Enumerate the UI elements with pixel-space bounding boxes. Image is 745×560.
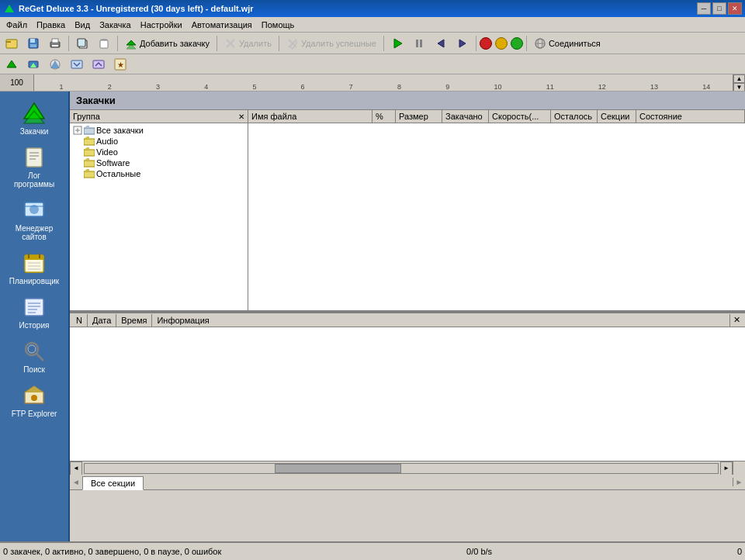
toolbar-sep-6 [476,36,476,51]
tree-item-video[interactable]: Video [71,147,246,157]
toolbar-copy-btn[interactable] [72,35,92,52]
maximize-button[interactable]: □ [712,2,726,15]
toolbar-sep-7 [526,36,527,51]
sidebar-item-log[interactable]: Лог программы [3,142,65,192]
col-size[interactable]: Размер [396,110,442,123]
sidebar-label-history: История [19,321,50,330]
col-downloaded[interactable]: Закачано [442,110,489,123]
tab-all-sections[interactable]: Все секции [82,476,144,490]
forward-button[interactable] [452,35,473,52]
tree-item-audio[interactable]: Audio [71,136,246,147]
traffic-lights [480,37,523,50]
sidebar-item-ftp[interactable]: FTP Explorer [3,380,65,421]
connect-button[interactable]: Соединиться [530,35,605,52]
hscroll-thumb[interactable] [275,464,401,473]
hscroll-left-btn[interactable]: ◄ [70,461,82,475]
log-close-btn[interactable]: ✕ [730,313,743,327]
col-remaining[interactable]: Осталось [551,110,598,123]
hscroll-area: ◄ ► [70,461,745,475]
svg-marker-23 [459,40,466,47]
log-content [70,327,745,461]
menu-view[interactable]: Вид [70,19,95,31]
delete-button[interactable]: Удалить [220,35,275,52]
col-pct[interactable]: % [372,110,396,123]
sidebar: Закачки Лог программы [0,92,70,541]
file-list-content [248,123,745,294]
tb2-btn2[interactable] [23,56,43,73]
svg-point-60 [31,395,37,401]
svg-rect-38 [26,148,42,167]
menu-settings[interactable]: Настройки [136,19,187,31]
sidebar-label-scheduler: Планировщик [9,277,59,285]
ruler-down-arrow[interactable]: ▼ [733,83,745,92]
svg-marker-27 [7,60,16,67]
tb2-btn1[interactable] [2,56,22,73]
col-speed[interactable]: Скорость(... [489,110,551,123]
sidebar-label-manager: Менеджер сайтов [16,224,54,241]
tree-label-audio: Audio [96,137,118,146]
tree-item-software[interactable]: Software [71,157,246,168]
pause-button[interactable] [409,35,429,52]
toolbar-open-btn[interactable] [2,35,22,52]
svg-rect-8 [52,45,58,47]
bottom-pane: N Дата Время Информация ✕ ◄ ► [70,312,745,490]
tb2-btn3[interactable] [45,56,65,73]
tb2-btn5[interactable] [88,56,109,73]
minimize-button[interactable]: ─ [697,2,711,15]
stop-light[interactable] [480,37,492,50]
tree-item-other[interactable]: Остальные [71,168,246,179]
hscroll-right-btn[interactable]: ► [720,461,733,475]
status-right: 0 [737,547,742,556]
hscroll-track[interactable] [84,463,719,474]
tab-left-arrow[interactable]: ◄ [70,478,82,486]
close-button[interactable]: ✕ [728,2,742,15]
sidebar-item-search[interactable]: Поиск [3,336,65,377]
col-sections[interactable]: Секции [598,110,636,123]
menu-file[interactable]: Файл [2,19,32,31]
toolbar-save-btn[interactable] [23,35,43,52]
status-center: 0/0 b/s [466,547,492,556]
toolbar-sep-5 [383,36,384,51]
menu-automation[interactable]: Автоматизация [187,19,257,31]
sidebar-item-history[interactable]: История [3,292,65,333]
toolbar-main: Добавить закачку Удалить Удалить успешны… [0,33,745,54]
menu-download[interactable]: Закачка [95,19,136,31]
main-layout: Закачки Лог программы [0,92,745,541]
tb2-btn4[interactable] [67,56,87,73]
col-filename[interactable]: Имя файла [248,110,372,123]
sidebar-item-downloads[interactable]: Закачки [3,98,65,139]
toolbar-secondary: ★ [0,54,745,74]
add-download-button[interactable]: Добавить закачку [121,35,213,52]
log-col-date[interactable]: Дата [88,314,116,327]
folder-audio-icon [84,137,95,146]
svg-marker-0 [5,5,14,12]
tree-item-all[interactable]: Все закачки [71,125,246,136]
tb2-btn6[interactable]: ★ [110,56,130,73]
log-col-time[interactable]: Время [116,314,152,327]
section-title: Закачки [70,92,745,110]
delete-success-button[interactable]: Удалить успешные [282,35,380,52]
log-col-info[interactable]: Информация [152,314,730,327]
menu-edit[interactable]: Правка [32,19,70,31]
toolbar-print-btn[interactable] [45,35,65,52]
group-tree: Все закачки Audio Video Software [70,123,248,310]
history-icon [22,295,47,320]
group-panel-close[interactable]: ✕ [238,112,244,121]
log-col-n[interactable]: N [71,314,88,327]
tab-right-arrow[interactable]: ► [733,478,745,486]
svg-text:★: ★ [117,60,124,69]
status-text-left: 0 закачек, 0 активно, 0 завершено, 0 в п… [3,547,221,556]
sidebar-item-scheduler[interactable]: Планировщик [3,247,65,289]
content-area: Закачки Группа ✕ Все закачки [70,92,745,541]
go-light[interactable] [511,37,523,50]
back-button[interactable] [431,35,451,52]
play-button[interactable] [387,35,407,52]
sidebar-item-manager[interactable]: Менеджер сайтов [3,195,65,244]
menu-help[interactable]: Помощь [257,19,300,31]
pause-light[interactable] [495,37,508,50]
col-status[interactable]: Состояние [636,110,745,123]
ftp-icon [22,383,47,408]
toolbar-paste-btn[interactable] [94,35,114,52]
svg-point-57 [26,343,38,355]
ruler-up-arrow[interactable]: ▲ [733,74,745,83]
